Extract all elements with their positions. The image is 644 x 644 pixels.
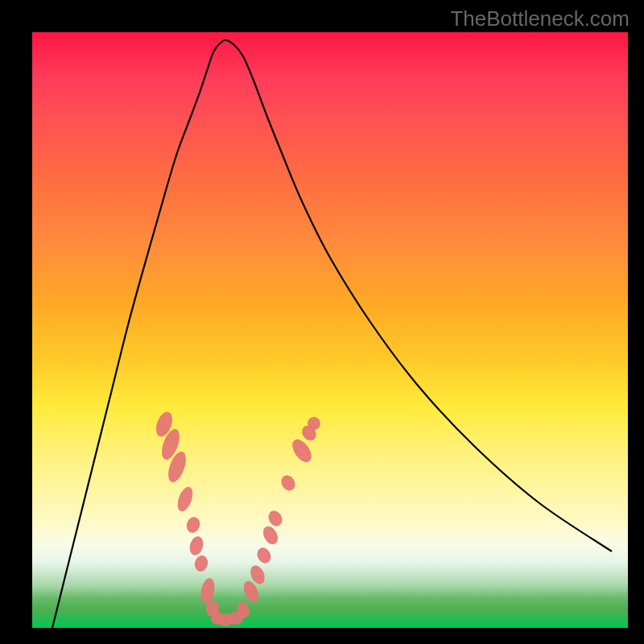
curve-marker (199, 577, 216, 605)
watermark-text: TheBottleneck.com (450, 6, 630, 31)
curve-group (52, 40, 612, 628)
markers-group (153, 410, 323, 626)
curve-marker (279, 473, 298, 493)
curve-marker (184, 515, 201, 535)
curve-marker (193, 554, 209, 572)
chart-svg (32, 32, 628, 628)
curve-marker (260, 524, 280, 547)
plot-area (32, 32, 628, 628)
curve-marker (266, 508, 285, 528)
curve-marker (175, 485, 196, 514)
curve-marker (188, 535, 205, 556)
bottleneck-curve-path (52, 40, 612, 628)
curve-marker (254, 546, 273, 566)
